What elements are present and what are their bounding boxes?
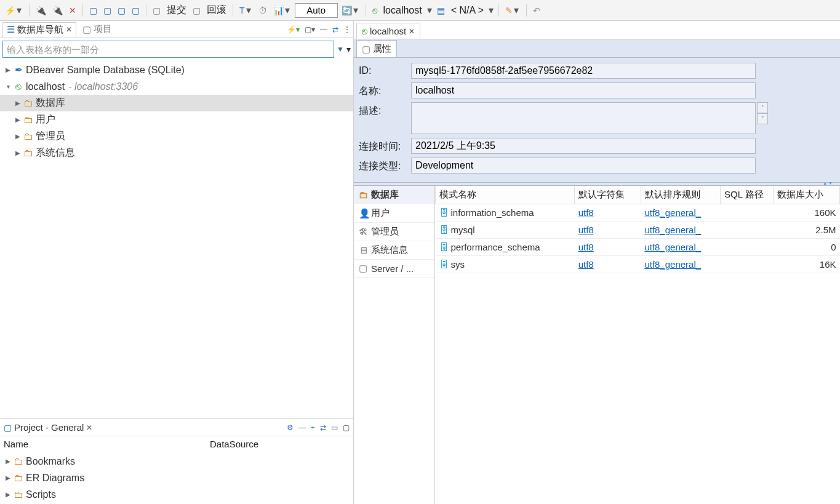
cell-collation[interactable]: utf8_general_ (641, 222, 720, 239)
table-row[interactable]: 🗄mysqlutf8utf8_general_2.5M (436, 222, 840, 239)
detail-nav-server[interactable]: ▢ Server / ... (354, 260, 434, 278)
col-charset[interactable]: 默认字符集 (575, 186, 641, 204)
minimize-icon[interactable]: ▭ (331, 423, 338, 432)
project-node-er[interactable]: ▶ 🗀 ER Diagrams (0, 470, 353, 486)
prop-name-field[interactable] (411, 82, 756, 98)
tx-log-icon[interactable]: ⏱ (256, 4, 270, 17)
auto-mode-input[interactable] (295, 3, 338, 18)
prop-conntime-field[interactable] (411, 138, 756, 154)
cell-collation[interactable]: utf8_general_ (641, 204, 720, 222)
prop-desc-field[interactable] (411, 102, 756, 134)
add-icon[interactable]: + (311, 423, 315, 432)
cell-charset[interactable]: utf8 (575, 239, 641, 256)
tab-projects[interactable]: ▢ 项目 (79, 22, 116, 36)
tree-node-admin[interactable]: ▶ 🗀 管理员 (0, 128, 353, 145)
cell-collation[interactable]: utf8_general_ (641, 239, 720, 256)
view-menu-icon[interactable]: ⋮ (343, 25, 351, 34)
cell-charset[interactable]: utf8 (575, 222, 641, 239)
sql-recent-icon[interactable]: ▢ (115, 4, 128, 17)
col-sqlpath[interactable]: SQL 路径 (721, 186, 774, 204)
tree-node-users[interactable]: ▶ 🗀 用户 (0, 111, 353, 128)
connect-icon[interactable]: 🔌 (33, 4, 49, 17)
table-row[interactable]: 🗄sysutf8utf8_general_16K (436, 256, 840, 273)
expander-icon[interactable]: ▾ (4, 83, 12, 90)
detail-nav-databases[interactable]: 🗀 数据库 (354, 186, 434, 204)
project-node-bookmarks[interactable]: ▶ 🗀 Bookmarks (0, 453, 353, 470)
commit-icon[interactable]: ▢ (150, 4, 163, 17)
configure-icon[interactable]: ⚙ (287, 423, 294, 432)
tab-database-navigator[interactable]: ☰ 数据库导航 ✕ (2, 22, 76, 37)
connection-selector[interactable]: localhost (381, 5, 425, 16)
refresh-tree-icon[interactable]: ▢▾ (305, 25, 315, 34)
editor-tab-localhost[interactable]: ⎋ localhost ✕ (356, 23, 420, 39)
detail-nav-sysinfo[interactable]: 🖥 系统信息 (354, 241, 434, 260)
invalidate-icon[interactable]: ✕ (66, 4, 79, 17)
tx-monitor-icon[interactable]: 📊▾ (271, 3, 294, 17)
expander-icon[interactable]: ▶ (14, 133, 22, 140)
tree-node-sample-db[interactable]: ▶ ✒ DBeaver Sample Database (SQLite) (0, 62, 353, 78)
sql-editor-icon[interactable]: ▢ (87, 4, 100, 17)
tree-filter-input[interactable] (2, 41, 334, 58)
sql-script-icon[interactable]: ▢ (101, 4, 114, 17)
prop-conntype-field[interactable] (411, 158, 756, 174)
prop-conntime-label: 连接时间: (359, 138, 411, 153)
expander-icon[interactable]: ▶ (4, 458, 12, 465)
edit-icon[interactable]: ✎▾ (503, 3, 522, 17)
cell-collation[interactable]: utf8_general_ (641, 256, 720, 273)
link-editor-icon[interactable]: ⇄ (332, 25, 338, 34)
col-schema[interactable]: 模式名称 (436, 186, 575, 204)
editor-sub-tabs: ▢ 属性 (354, 39, 840, 58)
tree-node-localhost[interactable]: ▾ ⎋ localhost - localhost:3306 (0, 78, 353, 95)
expander-icon[interactable]: ▶ (4, 491, 12, 498)
filter-dropdown-icon[interactable]: ▾ (346, 44, 351, 54)
rollback-icon[interactable]: ▢ (190, 4, 203, 17)
prop-id-field[interactable] (411, 63, 756, 79)
sql-console-icon[interactable]: ▢ (129, 4, 142, 17)
new-connection-icon[interactable]: ⚡▾ (2, 3, 25, 17)
maximize-icon[interactable]: ▢ (343, 423, 350, 432)
database-icon: 🗄 (439, 259, 449, 270)
detail-admin-label: 管理员 (371, 226, 399, 238)
database-dropdown-icon[interactable]: ▾ (487, 4, 495, 16)
filter-icon[interactable]: ▼ (337, 45, 344, 54)
rollback-label[interactable]: 回滚 (204, 4, 229, 17)
cell-charset[interactable]: utf8 (575, 256, 641, 273)
collapse-all-icon[interactable]: — (298, 423, 306, 432)
sub-tab-properties[interactable]: ▢ 属性 (356, 40, 397, 57)
detail-nav-admin[interactable]: 🛠 管理员 (354, 223, 434, 241)
undo-icon[interactable]: ↶ (530, 4, 543, 17)
disconnect-icon[interactable]: 🔌 (50, 4, 65, 17)
expander-icon[interactable]: ▶ (14, 116, 22, 123)
project-node-scripts[interactable]: ▶ 🗀 Scripts (0, 486, 353, 503)
project-col-ds: DataSource (210, 439, 258, 449)
refresh-icon[interactable]: 🔄▾ (339, 3, 362, 17)
tree-node-databases[interactable]: ▶ 🗀 数据库 (0, 95, 353, 111)
expander-icon[interactable]: ▶ (4, 474, 12, 481)
spin-down-icon[interactable]: ˅ (757, 113, 768, 124)
collapse-icon[interactable]: — (320, 25, 327, 34)
cell-charset[interactable]: utf8 (575, 204, 641, 222)
admin-label: 管理员 (34, 130, 65, 143)
table-row[interactable]: 🗄information_schemautf8utf8_general_160K (436, 204, 840, 222)
table-row[interactable]: 🗄performance_schemautf8utf8_general_0 (436, 239, 840, 256)
prop-name-label: 名称: (359, 82, 411, 98)
spin-up-icon[interactable]: ˄ (757, 102, 768, 113)
close-editor-icon[interactable]: ✕ (409, 27, 415, 36)
expander-icon[interactable]: ▶ (4, 66, 12, 73)
database-selector[interactable]: < N/A > (449, 5, 486, 16)
expander-icon[interactable]: ▶ (14, 150, 22, 156)
link-icon[interactable]: ⇄ (320, 423, 326, 432)
expander-icon[interactable]: ▶ (14, 100, 22, 106)
close-tab-icon[interactable]: ✕ (66, 25, 72, 34)
detail-nav-users[interactable]: 👤 用户 (354, 204, 434, 223)
tx-mode-icon[interactable]: T▾ (237, 3, 255, 17)
close-tab-icon[interactable]: ✕ (86, 423, 92, 432)
commit-label[interactable]: 提交 (164, 4, 189, 17)
users-label: 用户 (34, 113, 55, 126)
connection-dropdown-icon[interactable]: ▾ (426, 4, 433, 16)
tree-node-sysinfo[interactable]: ▶ 🗀 系统信息 (0, 145, 353, 161)
new-conn-icon[interactable]: ⚡▾ (287, 25, 300, 34)
col-collation[interactable]: 默认排序规则 (641, 186, 720, 204)
sash-handle[interactable] (354, 182, 840, 186)
col-dbsize[interactable]: 数据库大小 (774, 186, 840, 204)
